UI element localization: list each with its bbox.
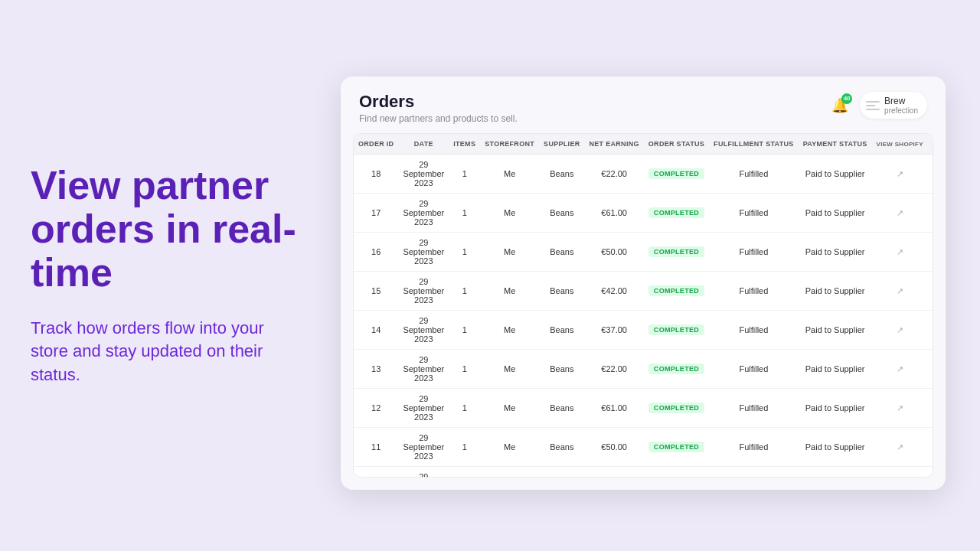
table-body: 1829 September 20231MeBeans€22.00COMPLET… [354, 155, 933, 478]
orders-title-block: Orders Find new partners and products to… [359, 92, 518, 124]
view-shopify-icon[interactable]: ↗ [897, 247, 903, 256]
user-sub: prefection [884, 106, 918, 115]
view-shopify-icon[interactable]: ↗ [897, 364, 903, 373]
table-row: 1329 September 20231MeBeans€22.00COMPLET… [354, 350, 933, 389]
table-row: 1629 September 20231MeBeans€50.00COMPLET… [354, 233, 933, 272]
view-shopify-icon[interactable]: ↗ [897, 208, 903, 217]
header-right: 🔔 40 Brew prefection [828, 92, 927, 119]
table-row: 1229 September 20231MeBeans€61.00COMPLET… [354, 389, 933, 428]
col-storefront: STOREFRONT [480, 134, 539, 155]
col-net-earning: NET EARNING [585, 134, 644, 155]
status-badge: COMPLETED [648, 403, 704, 413]
right-panel: Orders Find new partners and products to… [322, 0, 980, 551]
col-view-shopify: VIEW SHOPIFY [872, 134, 928, 155]
table-row: 1729 September 20231MeBeans€61.00COMPLET… [354, 194, 933, 233]
view-shopify-icon[interactable]: ↗ [897, 403, 903, 412]
status-badge: COMPLETED [648, 364, 704, 374]
orders-table: ORDER ID DATE ITEMS STOREFRONT SUPPLIER … [354, 134, 933, 478]
avatar-line [866, 101, 880, 110]
status-badge: COMPLETED [648, 207, 704, 218]
col-items: ITEMS [449, 134, 480, 155]
status-badge: COMPLETED [648, 168, 704, 179]
status-badge: COMPLETED [648, 442, 704, 452]
orders-header: Orders Find new partners and products to… [341, 77, 946, 133]
table-row: 1129 September 20231MeBeans€50.00COMPLET… [354, 428, 933, 467]
view-shopify-icon[interactable]: ↗ [897, 325, 903, 334]
sub-text: Track how orders flow into your store an… [31, 317, 299, 387]
table-row: 1829 September 20231MeBeans€22.00COMPLET… [354, 155, 933, 194]
table-row: 1529 September 20231MeBeans€42.00COMPLET… [354, 272, 933, 311]
col-fulfillment-status: FULFILLMENT STATUS [709, 134, 799, 155]
status-badge: COMPLETED [648, 324, 704, 335]
orders-title: Orders [359, 92, 518, 112]
col-payment-status: PAYMENT STATUS [799, 134, 872, 155]
table-row: 1029 September 20231MeBeans€42.00COMPLET… [354, 467, 933, 478]
notification-bell[interactable]: 🔔 40 [828, 93, 852, 118]
notification-badge: 40 [841, 93, 852, 104]
status-badge: COMPLETED [648, 285, 704, 296]
orders-subtitle: Find new partners and products to sell. [359, 113, 518, 124]
app-window: Orders Find new partners and products to… [341, 77, 946, 490]
table-header-row: ORDER ID DATE ITEMS STOREFRONT SUPPLIER … [354, 134, 933, 155]
view-shopify-icon[interactable]: ↗ [897, 286, 903, 295]
col-order-status: ORDER STATUS [644, 134, 709, 155]
table-row: 1429 September 20231MeBeans€37.00COMPLET… [354, 311, 933, 350]
col-supplier: SUPPLIER [539, 134, 584, 155]
status-badge: COMPLETED [648, 246, 704, 257]
orders-table-container: ORDER ID DATE ITEMS STOREFRONT SUPPLIER … [353, 133, 933, 478]
view-shopify-icon[interactable]: ↗ [897, 169, 903, 178]
col-date: DATE [398, 134, 449, 155]
user-info: Brew prefection [884, 96, 918, 115]
user-name: Brew [884, 96, 918, 106]
user-pill[interactable]: Brew prefection [860, 92, 927, 119]
left-panel: View partner orders in real-time Track h… [0, 133, 322, 418]
col-order-id: ORDER ID [354, 134, 398, 155]
view-shopify-icon[interactable]: ↗ [897, 442, 903, 452]
main-heading: View partner orders in real-time [31, 164, 299, 295]
col-view-proposal: VIEW PROPOSAL [928, 134, 933, 155]
